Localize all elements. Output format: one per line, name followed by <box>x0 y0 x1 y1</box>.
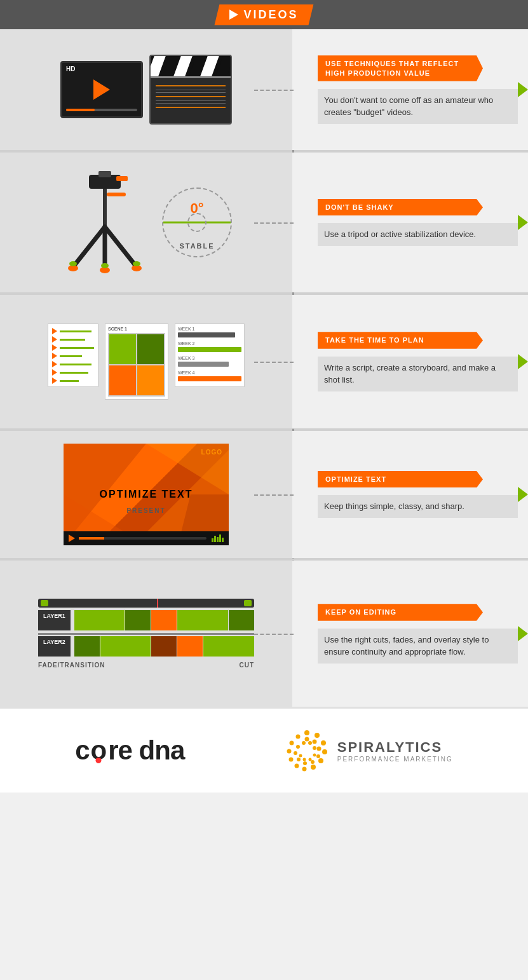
hd-progress-fill <box>66 109 95 111</box>
svg-point-44 <box>302 758 306 761</box>
doc-arrow-2 <box>52 336 57 343</box>
svg-rect-3 <box>103 189 107 227</box>
coredna-logo: c o re dna <box>75 735 184 766</box>
coredna-o-wrapper: o <box>91 735 107 766</box>
bar-1 <box>212 538 213 542</box>
tripod-container: 0° STABLE <box>60 168 232 276</box>
clapper-gray-2 <box>156 92 226 93</box>
svg-line-7 <box>105 227 137 267</box>
clip-2d <box>177 636 203 657</box>
sb-cell-2 <box>137 334 164 364</box>
opt-progress-fill <box>79 537 104 540</box>
svg-point-34 <box>311 760 315 764</box>
tip-5-arrow <box>518 626 528 641</box>
header-title: VIDEOS <box>243 8 298 22</box>
doc-arrow-5 <box>52 361 57 367</box>
tip-4-title: OPTIMIZE TEXT <box>325 475 386 483</box>
timeline-ruler <box>38 599 254 608</box>
clip-2a <box>74 636 100 657</box>
svg-point-38 <box>296 745 300 749</box>
stability-label: STABLE <box>179 242 214 250</box>
tip-5-description: Use the right cuts, fades, and overlay s… <box>324 635 489 657</box>
clapper-gray-1 <box>156 90 226 90</box>
bar-2 <box>214 536 216 542</box>
scene-label: SCENE 1 <box>108 327 165 331</box>
svg-point-11 <box>69 261 77 266</box>
tip-2-arrow <box>518 215 528 230</box>
svg-point-29 <box>295 735 300 739</box>
section-5-visual: LAYER1 <box>0 561 292 707</box>
stability-circle: 0° STABLE <box>162 187 232 257</box>
tip-2-badge: DON'T BE SHAKY <box>318 199 483 215</box>
sched-bar-4 <box>178 376 241 381</box>
hd-play-button <box>93 79 110 100</box>
layer-1-clips <box>74 610 254 630</box>
section-4-visual: LOGO OPTIMIZE TEXT PRESENT <box>0 431 292 558</box>
stability-inner-circle <box>187 213 206 232</box>
section-3: SCENE 1 WEEK 1 WEEK 2 <box>0 295 528 428</box>
svg-point-41 <box>313 746 316 750</box>
opt-audio-bars <box>212 534 224 542</box>
tip-3-description: Write a script, create a storyboard, and… <box>324 363 496 385</box>
tip-4-arrow <box>518 487 528 502</box>
header: VIDEOS <box>0 0 528 29</box>
sched-label-3: WEEK 3 <box>178 356 241 360</box>
bar-5 <box>222 538 224 542</box>
clapper-line-2 <box>156 96 226 97</box>
section-3-visual: SCENE 1 WEEK 1 WEEK 2 <box>0 295 292 428</box>
tip-4-description: Keep things simple, classy, and sharp. <box>324 501 464 511</box>
sb-cell-1 <box>109 334 136 364</box>
svg-point-30 <box>304 737 309 742</box>
hd-label: HD <box>66 65 75 72</box>
tip-1-desc: You don't want to come off as an amateur… <box>318 89 518 124</box>
doc-arrow-7 <box>52 378 57 384</box>
sched-label-1: WEEK 1 <box>178 327 241 331</box>
script-doc <box>48 323 98 387</box>
layer-2-content: LAYER2 <box>38 636 254 657</box>
coredna-c: c <box>75 735 89 766</box>
svg-rect-1 <box>98 171 111 177</box>
svg-point-32 <box>316 747 321 751</box>
connector-2 <box>254 222 294 224</box>
connector-3 <box>254 362 294 363</box>
section-4: LOGO OPTIMIZE TEXT PRESENT <box>0 431 528 558</box>
tip-3-desc: Write a script, create a storyboard, and… <box>318 357 518 391</box>
section-2: 0° STABLE DON'T BE SHAKY Use a tripod or… <box>0 153 528 292</box>
sched-week-1: WEEK 1 <box>178 327 241 337</box>
section-1-tip: USE TECHNIQUES THAT REFLECT HIGH PRODUCT… <box>292 29 528 150</box>
spiralytics-text: SPIRALYTICS PERFORMANCE MARKETING <box>337 739 453 763</box>
main-content: HD <box>0 29 528 707</box>
layer-2-row: LAYER2 <box>38 636 254 657</box>
tip-1-description: You don't want to come off as an amateur… <box>324 95 493 118</box>
svg-point-31 <box>312 740 316 744</box>
tip-5-badge: KEEP ON EDITING <box>318 604 483 620</box>
edit-labels: FADE/TRANSITION CUT <box>38 662 254 669</box>
clapperboard <box>149 55 232 125</box>
svg-point-19 <box>315 733 320 738</box>
section-4-tip: OPTIMIZE TEXT Keep things simple, classy… <box>292 431 528 558</box>
section-1: HD <box>0 29 528 150</box>
plan-docs: SCENE 1 WEEK 1 WEEK 2 <box>48 323 245 400</box>
play-icon <box>229 10 238 20</box>
layer-2-clips <box>74 636 254 657</box>
svg-rect-4 <box>107 193 126 196</box>
svg-point-42 <box>313 754 316 757</box>
section-5: LAYER1 <box>0 561 528 707</box>
tip-2-desc: Use a tripod or active stabilization dev… <box>318 223 518 246</box>
playhead <box>157 599 158 608</box>
svg-rect-2 <box>116 176 128 181</box>
bar-4 <box>219 534 221 542</box>
clapper-gray-4 <box>156 103 226 104</box>
svg-point-20 <box>321 740 326 745</box>
doc-arrow-1 <box>52 328 57 334</box>
schedule-doc: WEEK 1 WEEK 2 WEEK 3 WEEK 4 <box>175 323 245 387</box>
section-3-tip: TAKE THE TIME TO PLAN Write a script, cr… <box>292 295 528 428</box>
layer-2-label: LAYER2 <box>38 636 71 657</box>
svg-point-28 <box>289 741 294 745</box>
svg-point-13 <box>133 261 140 266</box>
svg-point-22 <box>318 758 323 763</box>
sched-bar-1 <box>178 332 235 337</box>
svg-point-36 <box>297 758 301 761</box>
tip-1-badge: USE TECHNIQUES THAT REFLECT HIGH PRODUCT… <box>318 55 483 81</box>
spiralytics-sub: PERFORMANCE MARKETING <box>337 756 453 763</box>
